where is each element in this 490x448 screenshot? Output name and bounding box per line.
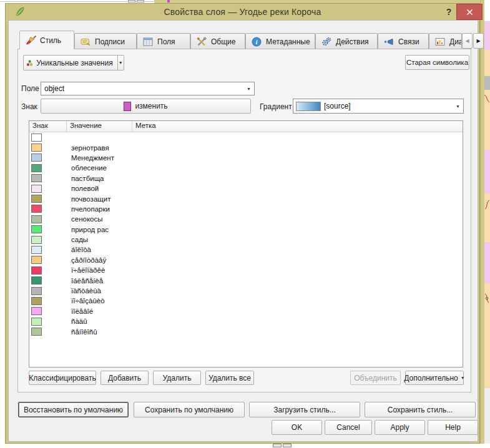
chevron-left-icon: ◀ (465, 38, 469, 44)
gradient-preview-swatch (296, 102, 321, 111)
map-area-fragment (484, 0, 490, 21)
class-row[interactable]: полевой (29, 183, 463, 193)
class-color-swatch[interactable] (31, 153, 42, 162)
background-bottom-strip (0, 444, 490, 448)
cancel-button[interactable]: Cancel (325, 420, 372, 435)
tab-labels[interactable]: Подписи (74, 33, 137, 49)
column-header-value[interactable]: Значение (67, 121, 132, 132)
class-row[interactable]: облесение (29, 163, 463, 173)
class-color-swatch[interactable] (31, 318, 42, 326)
class-value: пастбища (67, 175, 132, 182)
class-color-swatch[interactable] (31, 144, 42, 152)
class-color-swatch[interactable] (31, 266, 42, 275)
class-color-swatch[interactable] (31, 215, 42, 223)
class-row[interactable]: ïàñòáèùà (29, 286, 463, 296)
tab-fields[interactable]: Поля (137, 33, 190, 49)
class-row[interactable]: зернотравя (29, 142, 463, 152)
class-color-swatch[interactable] (31, 297, 42, 305)
add-class-button[interactable]: Добавить (100, 371, 149, 385)
load-style-button[interactable]: Загрузить стиль... (249, 402, 360, 417)
class-row[interactable]: природ рас (29, 225, 463, 235)
tab-label: Поля (157, 37, 175, 46)
class-row[interactable] (29, 132, 463, 142)
old-symbology-button[interactable]: Старая символика (405, 55, 469, 70)
ok-button[interactable]: OK (272, 420, 322, 435)
class-color-swatch[interactable] (31, 205, 42, 213)
class-row[interactable]: ïîëåâîé (29, 306, 463, 316)
tab-actions[interactable]: Действия (315, 33, 378, 49)
class-row[interactable]: ñàäû (29, 316, 463, 326)
titlebar[interactable]: Свойства слоя — Угодье реки Короча (6, 4, 479, 20)
symbol-change-button[interactable]: изменить (41, 99, 251, 114)
tab-scroll-right-button[interactable]: ▶ (473, 33, 484, 49)
tab-label: Диаграм (449, 37, 462, 46)
gradient-value: [source] (321, 102, 453, 110)
help-titlebar-button[interactable]: ? (441, 4, 456, 20)
class-row[interactable]: çåðíîòðàâÿ (29, 255, 463, 265)
column-header-label[interactable]: Метка (132, 121, 463, 132)
renderer-dropdown-button[interactable]: Уникальные значения ▼ (23, 55, 124, 71)
class-row[interactable]: сенокосы (29, 214, 463, 224)
tab-label: Стиль (40, 36, 61, 45)
background-window-control (283, 444, 292, 447)
class-row[interactable]: ï÷åëîïàðêè (29, 265, 463, 275)
tab-general[interactable]: Общие (190, 33, 245, 49)
tab-diagrams[interactable]: Диаграм (429, 33, 462, 49)
class-row[interactable]: áîëîòà (29, 245, 463, 255)
layer-properties-dialog: Свойства слоя — Угодье реки Короча ? Сти… (5, 3, 480, 444)
save-default-style-button[interactable]: Сохранить по умолчанию (134, 402, 245, 417)
tab-scroll-left-button[interactable]: ◀ (462, 33, 473, 49)
close-button[interactable] (456, 4, 483, 20)
help-button[interactable]: Help (428, 420, 478, 435)
class-value: зернотравя (67, 144, 132, 152)
field-combobox[interactable]: object ▼ (41, 82, 255, 95)
class-row[interactable]: ñåíîêîñû (29, 326, 463, 336)
restore-default-style-button[interactable]: Восстановить по умолчанию (18, 402, 129, 417)
class-color-swatch[interactable] (31, 276, 42, 285)
joins-icon (384, 37, 394, 47)
classes-table[interactable]: Знак Значение Метка зернотравяМенеджмент… (29, 120, 463, 368)
class-color-swatch[interactable] (31, 307, 42, 315)
background-icon-fragment (167, 0, 170, 2)
class-row[interactable]: сады (29, 235, 463, 245)
class-color-swatch[interactable] (31, 236, 42, 244)
class-color-swatch[interactable] (31, 185, 42, 193)
class-row[interactable]: Менеджмент (29, 153, 463, 163)
classify-button[interactable]: Классифицировать (29, 371, 96, 385)
class-color-swatch[interactable] (31, 287, 42, 295)
tab-label: Подписи (95, 37, 125, 46)
class-color-swatch[interactable] (31, 328, 42, 336)
class-row[interactable]: почвозащит (29, 193, 463, 203)
class-value: ïàñòáèùà (67, 287, 132, 295)
delete-class-button[interactable]: Удалить (153, 371, 201, 385)
save-style-button[interactable]: Сохранить стиль... (365, 402, 476, 417)
tab-joins[interactable]: Связи (378, 33, 429, 49)
class-row[interactable]: пчелопарки (29, 204, 463, 214)
class-value: ïî÷âîçàùèò (67, 297, 132, 304)
fields-table-icon (143, 37, 154, 47)
class-row[interactable]: ïî÷âîçàùèò (29, 296, 463, 306)
column-header-symbol[interactable]: Знак (29, 121, 67, 132)
tab-style[interactable]: Стиль (19, 31, 74, 49)
tab-metadata[interactable]: iМетаданные (245, 33, 315, 49)
class-color-swatch[interactable] (31, 246, 42, 254)
class-color-swatch[interactable] (31, 225, 42, 233)
class-color-swatch[interactable] (31, 174, 42, 182)
merge-classes-button[interactable]: Объединить (350, 371, 401, 385)
apply-button[interactable]: Apply (375, 420, 425, 435)
gradient-combobox[interactable]: [source] ▼ (293, 99, 464, 114)
delete-all-classes-button[interactable]: Удалить все (205, 371, 254, 385)
class-color-swatch[interactable] (31, 134, 42, 142)
class-row[interactable]: îáëåñåíèå (29, 275, 463, 285)
class-value: почвозащит (67, 195, 132, 203)
class-color-swatch[interactable] (31, 195, 42, 203)
diagrams-chart-icon (435, 37, 446, 47)
class-color-swatch[interactable] (31, 164, 42, 172)
advanced-dropdown-button[interactable]: Дополнительно ▼ (405, 371, 464, 385)
class-value: ïîëåâîé (67, 308, 132, 315)
class-value: природ рас (67, 226, 132, 233)
class-color-swatch[interactable] (31, 256, 42, 264)
style-brush-icon (26, 36, 36, 46)
class-row[interactable]: пастбища (29, 173, 463, 183)
class-value: áîëîòà (67, 246, 132, 253)
